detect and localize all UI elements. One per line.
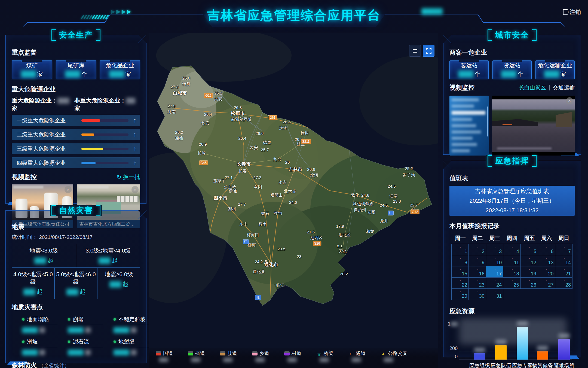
duty-schedule-card[interactable]: 吉林省应急管理厅应急值班表 2022年8月17日（今日，星期三） 2022-08… xyxy=(449,186,575,216)
stat-card-label: 客运站 xyxy=(461,62,478,69)
calendar-day[interactable]: 25 xyxy=(503,277,520,289)
redacted-unit xyxy=(39,327,45,333)
calendar-day[interactable]: 29 xyxy=(451,288,469,300)
section-heading-city-enterprises: 两客一危企业 xyxy=(449,48,575,57)
duty-dot xyxy=(477,280,478,281)
map-city-label: 长春市 xyxy=(237,161,251,167)
stat-card-label: 危化运输企业 xyxy=(538,62,572,69)
calendar-weekdays: 周一周二周三周四周五周六周日 xyxy=(452,235,572,242)
calendar-day[interactable]: 11 xyxy=(503,255,520,266)
supervision-card[interactable]: 尾矿库个 xyxy=(56,60,96,79)
calendar-day[interactable]: 24 xyxy=(486,277,503,289)
redacted-value xyxy=(34,257,46,264)
province-map[interactable]: 26.8镇赉27.3白城市26.2大安27.9洮南26.3松原市前郭尔罗斯26.… xyxy=(149,33,438,368)
calendar-day[interactable]: 15 xyxy=(451,266,469,278)
calendar-day[interactable]: 2 xyxy=(468,244,486,255)
redacted-unit xyxy=(131,327,136,333)
calendar-day[interactable]: 9 xyxy=(468,255,486,266)
video-player[interactable]: × xyxy=(492,96,575,156)
camera-list-item-selected[interactable] xyxy=(452,111,485,115)
calendar-day[interactable]: 3 xyxy=(486,244,503,255)
calendar-day-number: 26 xyxy=(531,282,536,288)
calendar-day[interactable]: 26 xyxy=(520,277,538,289)
calendar-day-number: 31 xyxy=(496,293,502,299)
road-line-icon xyxy=(220,351,225,355)
logout-button[interactable]: 注销 xyxy=(563,8,581,16)
calendar-day[interactable]: 1 xyxy=(451,244,469,255)
road-line-icon xyxy=(252,351,258,355)
refresh-batch-button[interactable]: ↻ 换一批 xyxy=(117,173,140,181)
map-city-label: 天池 xyxy=(338,249,347,254)
up-arrow-icon: ↑ xyxy=(133,145,136,152)
calendar-day[interactable]: 20 xyxy=(538,266,555,278)
supervision-card[interactable]: 煤矿家 xyxy=(12,60,52,79)
close-icon[interactable]: × xyxy=(566,97,573,104)
duty-line1: 吉林省应急管理厅应急值班表 xyxy=(475,187,549,196)
calendar-day[interactable]: 10 xyxy=(486,255,503,266)
calendar-day[interactable]: 6 xyxy=(538,244,555,255)
map-temp-label: 26.6 xyxy=(307,167,315,171)
calendar-day-number: 28 xyxy=(565,282,571,288)
stat-card-unit: 个 xyxy=(517,70,523,78)
weekday-label: 周一 xyxy=(452,235,469,242)
calendar-day[interactable]: 21 xyxy=(555,266,572,278)
calendar-day-number: 19 xyxy=(531,271,536,277)
redacted-value xyxy=(544,71,559,78)
scrollbar[interactable] xyxy=(487,107,488,136)
quake-grid: 地震<3.0级起3.0级≤地震<4.0级起 4.0级≤地震<5.0级起5.0级≤… xyxy=(12,244,140,299)
link-transport[interactable]: 交通运输 xyxy=(553,84,575,91)
calendar-day[interactable]: 13 xyxy=(538,255,555,266)
calendar-day[interactable]: 18 xyxy=(503,266,520,278)
map-fullscreen-button[interactable] xyxy=(423,45,434,57)
map-temp-label: 23.5 xyxy=(277,246,285,251)
city-card[interactable]: 客运站个 xyxy=(449,60,489,79)
calendar-day[interactable]: 19 xyxy=(520,266,538,278)
duty-dot xyxy=(529,269,530,270)
legend-item-row: 县道 xyxy=(220,350,237,357)
map-city-label: 龙井 xyxy=(380,218,388,224)
hazard-bar-row: 三级重大危险源企业↑ xyxy=(12,143,140,154)
calendar-day[interactable]: 28 xyxy=(555,277,572,289)
camera-list[interactable] xyxy=(449,96,489,156)
calendar-day[interactable]: 14 xyxy=(555,255,572,266)
calendar-day[interactable]: 7 xyxy=(555,244,572,255)
duty-dot xyxy=(495,258,495,259)
calendar-day[interactable]: 23 xyxy=(468,277,486,289)
map-layers-button[interactable] xyxy=(409,45,421,57)
calendar-day[interactable]: 31 xyxy=(486,288,503,300)
calendar-day-number: 5 xyxy=(534,249,536,254)
hazard-bar-fill xyxy=(81,119,100,122)
redacted-count xyxy=(320,358,329,362)
close-icon[interactable]: × xyxy=(131,186,139,193)
calendar-day[interactable]: 8 xyxy=(451,255,469,266)
redacted-count xyxy=(255,358,265,362)
geo-hazard-item: 地裂缝 xyxy=(103,338,149,355)
hazard-bar-row: 一级重大危险源企业↑ xyxy=(12,115,140,126)
hazard-bar-label: 二级重大危险源企业 xyxy=(17,131,81,138)
weekday-label: 周五 xyxy=(521,235,538,242)
timestamp-overlay xyxy=(13,186,43,188)
calendar-day[interactable]: 16 xyxy=(468,266,486,278)
calendar-day[interactable]: 5 xyxy=(520,244,538,255)
calendar-day[interactable]: 22 xyxy=(451,277,469,289)
city-card[interactable]: 危化运输企业家 xyxy=(535,60,575,79)
calendar-day-number: 29 xyxy=(462,293,467,299)
stat-card-unit: 个 xyxy=(81,70,87,78)
up-arrow-icon: ↑ xyxy=(133,159,136,166)
close-icon[interactable]: × xyxy=(65,186,72,193)
map-city-label: 镇赉 xyxy=(182,81,190,87)
calendar-day[interactable]: 12 xyxy=(520,255,538,266)
city-card[interactable]: 货运站个 xyxy=(492,60,532,79)
video-source-links: 长白山景区 | 交通运输 xyxy=(519,84,575,91)
supervision-card[interactable]: 危化品企业家 xyxy=(100,60,140,79)
calendar-day[interactable]: 27 xyxy=(538,277,555,289)
calendar-day[interactable]: 4 xyxy=(503,244,520,255)
stat-card-value: 个 xyxy=(65,70,87,78)
calendar-empty-cell xyxy=(520,288,538,300)
calendar-day[interactable]: 30 xyxy=(468,288,486,300)
weekday-label: 周四 xyxy=(503,235,520,242)
redacted-value xyxy=(22,327,38,333)
calendar-day[interactable]: 17 xyxy=(486,266,503,278)
map-city-label: 长春 xyxy=(238,168,247,174)
link-changbaishan[interactable]: 长白山景区 xyxy=(519,84,546,91)
